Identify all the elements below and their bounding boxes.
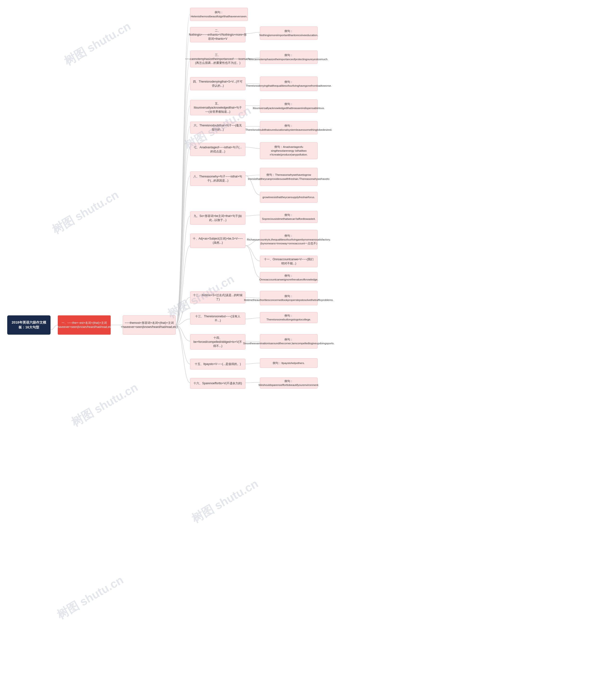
level1-node: 一、~~~the+~est+名词+(that)+主词+haveever+seen…: [58, 316, 111, 335]
watermark: 树图 shutu.cn: [69, 380, 141, 430]
branch1-example: 例句：Helenisthemostbeautifulgirlthatlhavee…: [190, 8, 248, 21]
l2-to-b13-line: [176, 325, 190, 341]
branch10-example1: 例句：Richasourcountryis,thequalitiesofourl…: [260, 230, 317, 249]
b12-to-ex-line: [245, 318, 260, 319]
b10-to-ex2-line: [245, 245, 260, 261]
l2-to-b4-line: [176, 84, 190, 325]
level2-center-node: ~~~themost+形容词+名词+(that)+主词+haveever+see…: [123, 316, 176, 335]
branch3-node: 三、~~~cannotemphasizetheimportanceof~~~to…: [190, 50, 245, 67]
l2-to-b2-line: [176, 34, 190, 325]
watermark: 树图 shutu.cn: [61, 19, 134, 69]
branch9-node: 九、So+形容词+be主词+that+句子(如此...以致于...): [190, 211, 245, 224]
branch12-example: 例句：Itistimetheauthoritiesconcernedtookpr…: [260, 291, 317, 305]
l2-to-b5-line: [176, 106, 190, 325]
branch7-example: 例句：Anadvantageofu singthesolarenergy ist…: [260, 142, 317, 159]
branch16-node: 十六、Sparenoeffortto+V(不遗余力的): [190, 378, 245, 389]
branch14-example: 例句：Sincetheexaminationisaroundthecorner,…: [260, 334, 317, 349]
branch2-node: 二、Nothingis+~~~erthanto+VNothingis+more+…: [190, 27, 245, 42]
l2-to-b3-line: [176, 59, 190, 325]
branch5-example: 例句：Itisuniversallyacknowledgedthattreasa…: [260, 100, 317, 113]
branch11-node: 十一、Onnoaccountcanwe+V~~~(我们绝对不能...): [260, 256, 317, 267]
branch4-node: 四、Thereisnodenyingthat+S+V...(不可否认的...): [190, 77, 245, 90]
mind-map: 树图 shutu.cn 树图 shutu.cn 树图 shutu.cn 树图 s…: [0, 0, 616, 690]
l2-to-b8-line: [176, 176, 190, 325]
branch13-node: 十三、Thereisnoonebut~~~(没有人不...): [190, 312, 245, 325]
root-node: 2018年英语六级作文模板：16大句型: [7, 316, 50, 335]
branch11-example: 例句：Onnoaccountcanweignorethevalueofknowl…: [260, 272, 317, 283]
branch12-node: 十二、Itistime+S+过去式(该是...的时候了): [190, 291, 245, 303]
branch8-example1: 例句：Thereasonwhywehavetogrow treesisthatt…: [260, 168, 317, 186]
branch7-node: 七、Anadvantageof~~~isthat+句子(...的优点是...): [190, 143, 245, 156]
l2-to-b7-line: [176, 147, 190, 325]
l2-to-b11-line: [176, 297, 190, 325]
branch16-example: 例句：Weshouldsparenoefforttobeautifyourenv…: [260, 378, 317, 389]
l2-to-b14-line: [176, 325, 190, 364]
branch6-example: 例句：Thereisnodoubtthatoureducationalsyste…: [260, 121, 317, 134]
b10-to-ex3-line: [245, 245, 260, 277]
branch10-node: 十、Adj+as+Subject(主词)+be,S+V~~~(虽然...): [190, 234, 245, 248]
watermark: 树图 shutu.cn: [189, 476, 261, 526]
branch5-node: 五、Itisuniversallyacknowledgedthat+句子~~(全…: [190, 100, 245, 115]
level2-center-label: ~~~themost+形容词+名词+(that)+主词+haveever+see…: [121, 321, 178, 329]
b9-to-ex-line: [245, 215, 260, 216]
branch3-example: 例句：Wecannotemphasizetheimportanceofprote…: [260, 50, 317, 64]
branch8-example2: growtreesisthattheycansupplyfreshairforu…: [260, 192, 317, 203]
branch14-node: 十四、be+forced/compelled/obliged+to+V(不得不.…: [190, 334, 245, 350]
level1-label: 一、~~~the+~est+名词+(that)+主词+haveever+seen…: [56, 321, 113, 329]
b15-to-ex-line: [245, 382, 260, 383]
branch4-example: 例句：Thereisnodenyingthatthequalitiesofour…: [260, 77, 317, 91]
l2-to-b15-line: [176, 325, 190, 383]
b7-to-ex-line: [245, 147, 260, 149]
watermark: 树图 shutu.cn: [49, 187, 122, 238]
b14-to-ex-line: [245, 363, 260, 364]
l2-to-b12-line: [176, 319, 190, 325]
l2-to-b10-line: [176, 245, 190, 325]
l2-to-b9-line: [176, 216, 190, 325]
root-label: 2018年英语六级作文模板：16大句型: [9, 320, 48, 329]
branch15-node: 十五、Itpaysto+V~~~(...是值得的。): [190, 359, 245, 370]
b2-to-ex-line: [245, 32, 260, 34]
branch2-example: 例句：Nothingismoreimportantthantoreceiveed…: [260, 26, 317, 40]
branch8-node: 八、Thereasonwhy+句子~~~isthat+句子(...的原因是...…: [190, 171, 245, 186]
l2-to-b6-line: [176, 126, 190, 325]
watermark: 树图 shutu.cn: [54, 572, 126, 623]
branch13-example: 例句：Thereisnoonebutlongstogotocollege.: [260, 312, 317, 323]
branch9-example: 例句：Sopreciousistimethatwecan'taffordtowa…: [260, 211, 317, 223]
branch15-example: 例句：Itpaystohelpothers.: [260, 358, 317, 368]
branch6-node: 六、Thereisnodoubtthat+句子~~(毫无疑问的...): [190, 122, 245, 134]
